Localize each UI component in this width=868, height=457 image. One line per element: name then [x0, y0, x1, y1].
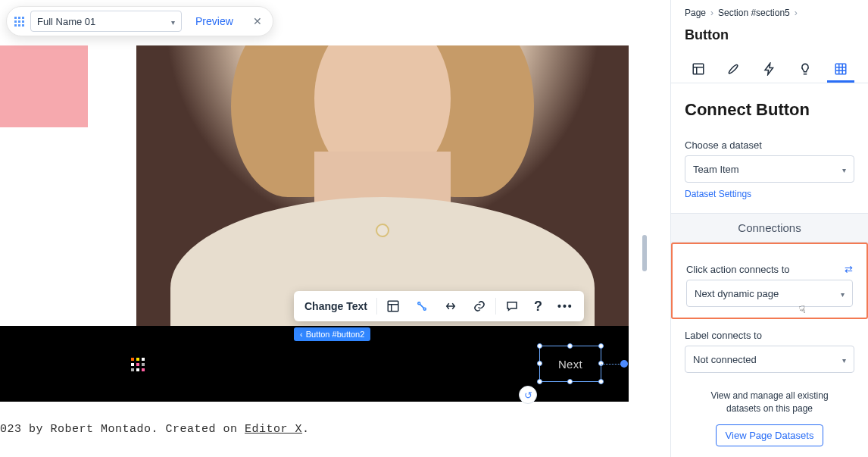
pink-shape — [0, 45, 88, 127]
chevron-down-icon — [841, 288, 845, 299]
breadcrumb-page[interactable]: Page — [685, 8, 706, 18]
layout-icon[interactable] — [379, 291, 407, 321]
chevron-right-icon: › — [795, 8, 798, 18]
section-title: Connect Button — [671, 83, 868, 129]
label-connects-select[interactable]: Not connected — [685, 346, 854, 373]
help-icon[interactable]: ? — [526, 291, 550, 321]
canvas-area: Next ↺ ‹ Button #button2 Change Text — [0, 0, 670, 457]
panel-tabs — [671, 54, 868, 83]
svg-rect-0 — [388, 301, 398, 311]
preview-pill: Full Name 01 Preview ✕ — [6, 6, 273, 36]
dataset-select-value: Team Item — [693, 164, 739, 175]
close-icon[interactable]: ✕ — [247, 15, 268, 27]
drag-grip-icon[interactable] — [14, 17, 24, 27]
right-panel: Page › Section #section5 › Button Connec… — [670, 0, 868, 457]
tab-design[interactable] — [720, 57, 748, 83]
footer-text: 023 by Robert Montado. Created on Editor… — [0, 423, 310, 436]
tab-animation[interactable] — [756, 57, 783, 83]
footer-editor-link[interactable]: Editor X — [245, 423, 302, 436]
chevron-down-icon — [842, 164, 846, 175]
connections-header: Connections — [671, 213, 868, 243]
change-text-label: Change Text — [304, 300, 367, 312]
comment-icon[interactable] — [498, 291, 526, 321]
breadcrumb: Page › Section #section5 › — [671, 0, 868, 23]
svg-rect-3 — [693, 64, 704, 74]
element-tag[interactable]: ‹ Button #button2 — [294, 327, 370, 341]
view-page-datasets-button[interactable]: View Page Datasets — [716, 424, 824, 446]
chevron-right-icon: › — [710, 8, 713, 18]
tab-idea[interactable] — [792, 57, 819, 83]
separator — [495, 298, 496, 315]
element-tag-label: Button #button2 — [306, 330, 365, 339]
chevron-left-icon: ‹ — [300, 330, 303, 339]
click-action-value: Next dynamic page — [695, 288, 779, 299]
link-icon[interactable] — [465, 291, 494, 321]
record-selector-value: Full Name 01 — [37, 16, 95, 27]
panel-title: Button — [671, 23, 868, 54]
design-icon[interactable] — [407, 291, 436, 321]
footer-prefix: 023 by Robert Montado. Created on — [0, 423, 245, 436]
click-action-label: Click action connects to — [686, 264, 790, 275]
datasets-note: View and manage all existing datasets on… — [671, 390, 868, 415]
resize-handle-s[interactable] — [567, 379, 573, 384]
preview-link[interactable]: Preview — [182, 15, 247, 27]
stretch-icon[interactable] — [436, 291, 465, 321]
label-connects-value: Not connected — [693, 354, 757, 365]
dataset-select[interactable]: Team Item — [685, 155, 854, 183]
chevron-down-icon — [171, 16, 175, 27]
separator — [376, 298, 377, 315]
undo-badge[interactable]: ↺ — [519, 386, 537, 404]
resize-handle-sw[interactable] — [537, 379, 542, 384]
click-action-highlight: Click action connects to ⇄ Next dynamic … — [671, 243, 868, 319]
resize-handle-ne[interactable] — [598, 343, 604, 349]
footer-suffix: . — [302, 423, 310, 436]
dataset-label: Choose a dataset — [671, 129, 868, 155]
swap-icon[interactable]: ⇄ — [845, 264, 853, 275]
tab-layout[interactable] — [685, 57, 712, 83]
record-selector[interactable]: Full Name 01 — [30, 11, 182, 32]
resize-handle-n[interactable] — [567, 343, 573, 349]
tab-data[interactable] — [827, 57, 854, 83]
svg-rect-4 — [836, 64, 847, 74]
breadcrumb-section[interactable]: Section #section5 — [718, 8, 790, 18]
chevron-down-icon — [842, 354, 846, 365]
canvas-scrollbar[interactable] — [642, 235, 647, 271]
floating-toolbar: Change Text ? ••• — [294, 291, 584, 321]
selection-anchor[interactable] — [620, 360, 628, 368]
selected-button-label: Next — [558, 358, 582, 371]
change-text-button[interactable]: Change Text — [297, 291, 375, 321]
click-action-label-row: Click action connects to ⇄ — [673, 253, 866, 280]
selected-next-button[interactable]: Next — [539, 346, 601, 382]
hero-image — [136, 45, 629, 326]
label-connects-label: Label connects to — [671, 319, 868, 346]
resize-handle-se[interactable] — [598, 379, 604, 384]
svg-point-2 — [423, 308, 426, 310]
click-action-select[interactable]: Next dynamic page — [686, 280, 853, 307]
grid-logo-icon — [131, 358, 148, 374]
resize-handle-nw[interactable] — [537, 343, 542, 349]
svg-point-1 — [418, 302, 420, 305]
resize-handle-w[interactable] — [537, 361, 542, 366]
more-icon[interactable]: ••• — [550, 291, 581, 321]
dataset-settings-link[interactable]: Dataset Settings — [685, 189, 854, 199]
